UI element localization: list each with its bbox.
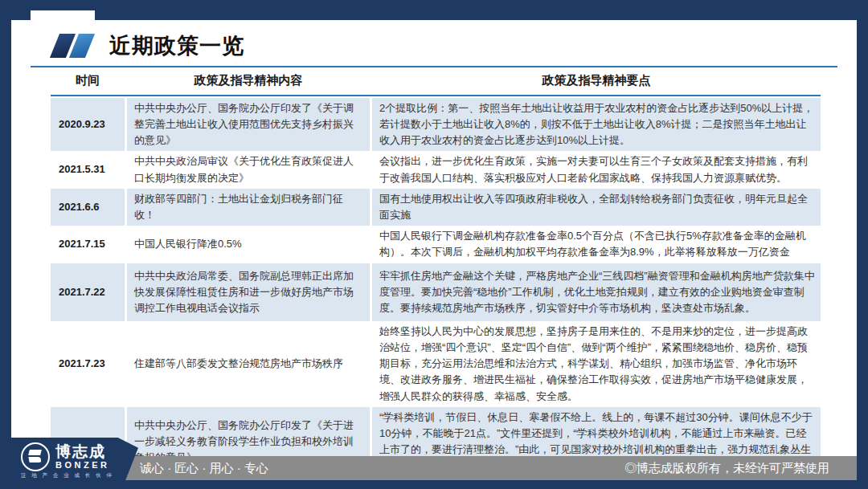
row-content: 中国人民银行降准0.5%: [127, 226, 370, 263]
column-header-time: 时间: [51, 73, 125, 88]
logo-name-cn: 博志成: [55, 444, 109, 459]
row-content: 中共中央办公厅、国务院办公厅印发了《关于调整完善土地出让收入使用范围优先支持乡村…: [127, 98, 370, 151]
logo-glyph-bottom: [28, 457, 41, 463]
page-title: 近期政策一览: [109, 31, 244, 60]
logo-glyph-top: [28, 450, 42, 455]
row-date: 2021.6.6: [51, 189, 125, 226]
table-row: 2021.5.31 中共中央政治局审议《关于优化生育政策促进人口长期均衡发展的决…: [51, 151, 821, 188]
policy-table: 2020.9.23 中共中央办公厅、国务院办公厅印发了《关于调整完善土地出让收入…: [51, 98, 821, 478]
footer-logo-banner: 博志成 BONZER 泛 地 产 企 业 成 长 伙 伴: [11, 438, 138, 480]
row-points: 会议指出，进一步优化生育政策，实施一对夫妻可以生育三个子女政策及配套支持措施，有…: [372, 151, 821, 188]
row-content: 中共中央政治局常委、国务院副总理韩正出席加快发展保障性租赁住房和进一步做好房地产…: [127, 263, 370, 321]
table-row: 2021.6.6 财政部等四部门：土地出让金划归税务部门征收！ 国有土地使用权出…: [51, 189, 821, 226]
table-row: 2020.9.23 中共中央办公厅、国务院办公厅印发了《关于调整完善土地出让收入…: [51, 98, 821, 151]
logo-name-en: BONZER: [55, 461, 109, 470]
table-top-border: [51, 95, 821, 96]
bonzer-logo-icon: [21, 442, 50, 471]
row-date: 2021.7.15: [51, 226, 125, 263]
footer-slogan: 诚心 · 匠心 · 用心 · 专心: [140, 461, 268, 476]
row-content: 住建部等八部委发文整治规范房地产市场秩序: [127, 321, 370, 407]
bonzer-logo: 博志成 BONZER: [21, 442, 109, 471]
slide-panel: 近期政策一览 时间 政策及指导精神内容 政策及指导精神要点 2020.9.23 …: [11, 20, 857, 480]
row-content: 中共中央政治局审议《关于优化生育政策促进人口长期均衡发展的决定》: [127, 151, 370, 188]
row-points: 中国人民银行下调金融机构存款准备金率0.5个百分点（不含已执行5%存款准备金率的…: [372, 226, 821, 263]
row-content: 财政部等四部门：土地出让金划归税务部门征收！: [127, 189, 370, 226]
table-row: 2021.7.23 住建部等八部委发文整治规范房地产市场秩序 始终坚持以人民为中…: [51, 321, 821, 407]
row-points: 始终坚持以人民为中心的发展思想，坚持房子是用来住的、不是用来炒的定位，进一步提高…: [372, 321, 821, 407]
column-header-content: 政策及指导精神内容: [127, 73, 370, 88]
footer-gray-bar: 诚心 · 匠心 · 用心 · 专心 ◎博志成版权所有，未经许可严禁使用: [113, 456, 857, 480]
slide-header: 近期政策一览: [31, 30, 244, 62]
row-points: 2个提取比例：第一、按照当年土地出让收益用于农业农村的资金占比逐步达到50%以上…: [372, 98, 821, 151]
table-header-row: 时间 政策及指导精神内容 政策及指导精神要点: [51, 73, 821, 88]
table-row: 2021.7.15 中国人民银行降准0.5% 中国人民银行下调金融机构存款准备金…: [51, 226, 821, 263]
title-underline: [31, 66, 837, 67]
row-date: 2020.9.23: [51, 98, 125, 151]
logo-tagline: 泛 地 产 企 业 成 长 伙 伴: [21, 472, 113, 479]
double-slash-logo-icon: [50, 34, 95, 58]
logo-text-block: 博志成 BONZER: [55, 444, 109, 470]
row-date: 2021.5.31: [51, 151, 125, 188]
row-points: 国有土地使用权出让收入等四项政府非税收入，全部划转给税务部门负责征收，明年元旦起…: [372, 189, 821, 226]
column-header-points: 政策及指导精神要点: [372, 73, 821, 88]
row-date: 2021.7.22: [51, 263, 125, 321]
footer-copyright: ◎博志成版权所有，未经许可严禁使用: [624, 461, 829, 476]
row-date: 2021.7.23: [51, 321, 125, 407]
row-points: 牢牢抓住房地产金融这个关键，严格房地产企业“三线四档”融资管理和金融机构房地产贷…: [372, 263, 821, 321]
table-row: 2021.7.22 中共中央政治局常委、国务院副总理韩正出席加快发展保障性租赁住…: [51, 263, 821, 321]
